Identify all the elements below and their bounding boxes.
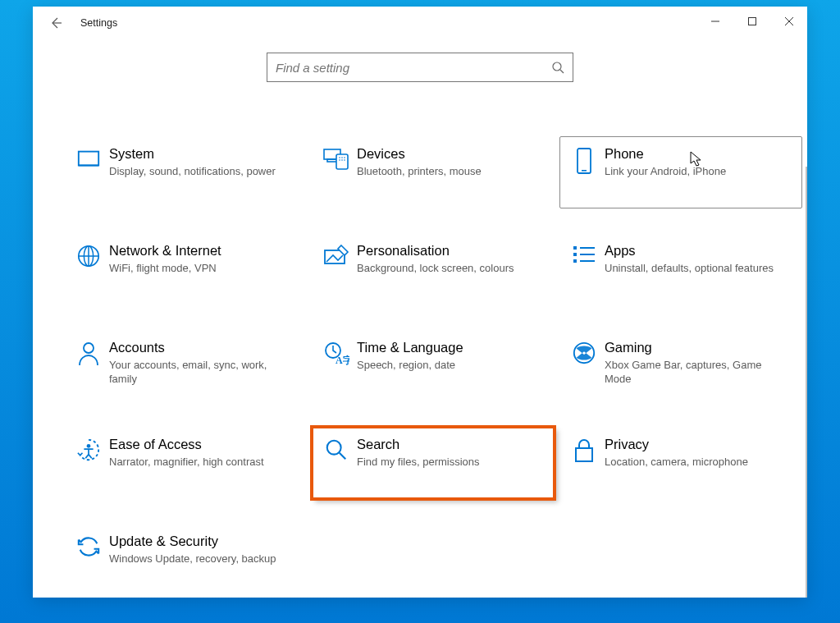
tile-system[interactable]: System Display, sound, notifications, po… <box>64 136 307 208</box>
back-button[interactable] <box>39 7 72 39</box>
tile-desc: Xbox Game Bar, captures, Game Mode <box>605 358 787 387</box>
globe-icon <box>68 242 109 296</box>
tile-gaming[interactable]: Gaming Xbox Game Bar, captures, Game Mod… <box>559 330 802 402</box>
window-title: Settings <box>72 17 117 29</box>
svg-rect-0 <box>748 18 756 25</box>
svg-point-24 <box>87 444 91 448</box>
window-controls <box>696 7 807 36</box>
minimize-button[interactable] <box>696 7 733 36</box>
tile-title: Privacy <box>605 436 787 453</box>
svg-rect-13 <box>582 170 587 172</box>
svg-point-7 <box>341 157 343 158</box>
tile-desc: Narrator, magnifier, high contrast <box>109 455 291 470</box>
search-box[interactable] <box>267 53 573 82</box>
svg-rect-5 <box>336 154 348 169</box>
lock-icon <box>564 436 605 490</box>
svg-rect-17 <box>573 246 577 250</box>
tile-apps[interactable]: Apps Uninstall, defaults, optional featu… <box>559 233 802 305</box>
tile-desc: WiFi, flight mode, VPN <box>109 261 291 276</box>
tile-title: Search <box>357 436 539 453</box>
tile-personalisation[interactable]: Personalisation Background, lock screen,… <box>312 233 555 305</box>
tile-title: Gaming <box>605 339 787 356</box>
tile-search[interactable]: Search Find my files, permissions <box>312 427 555 499</box>
tile-desc: Bluetooth, printers, mouse <box>357 164 539 179</box>
svg-point-23 <box>574 343 594 363</box>
svg-rect-12 <box>578 149 591 173</box>
ease-of-access-icon <box>68 436 109 490</box>
svg-point-10 <box>341 159 343 161</box>
tile-desc: Your accounts, email, sync, work, family <box>109 358 291 387</box>
svg-point-9 <box>339 159 340 161</box>
tile-phone[interactable]: Phone Link your Android, iPhone <box>559 136 802 208</box>
search-row <box>33 39 807 90</box>
svg-rect-19 <box>573 259 577 263</box>
tile-desc: Link your Android, iPhone <box>605 164 787 179</box>
gaming-icon <box>564 339 605 393</box>
tile-desc: Windows Update, recovery, backup <box>109 552 291 566</box>
svg-point-6 <box>339 157 340 158</box>
svg-point-20 <box>84 343 94 353</box>
tile-title: Network & Internet <box>109 242 291 259</box>
tile-accounts[interactable]: Accounts Your accounts, email, sync, wor… <box>64 330 307 402</box>
tile-title: Devices <box>357 145 539 163</box>
tile-desc: Location, camera, microphone <box>605 455 787 470</box>
apps-icon <box>564 242 605 296</box>
settings-window: Settings <box>33 7 807 598</box>
phone-icon <box>564 145 605 199</box>
magnifier-icon <box>316 436 357 490</box>
tile-privacy[interactable]: Privacy Location, camera, microphone <box>559 427 802 499</box>
update-icon <box>68 533 109 587</box>
tile-devices[interactable]: Devices Bluetooth, printers, mouse <box>312 136 555 208</box>
tile-network[interactable]: Network & Internet WiFi, flight mode, VP… <box>64 233 307 305</box>
svg-rect-18 <box>573 253 577 256</box>
tile-title: Personalisation <box>357 242 539 259</box>
tile-desc: Find my files, permissions <box>357 455 539 470</box>
person-icon <box>68 339 109 393</box>
svg-text:A字: A字 <box>336 355 349 365</box>
tile-desc: Speech, region, date <box>357 358 539 373</box>
search-input[interactable] <box>276 61 551 75</box>
time-language-icon: A字 <box>316 339 357 393</box>
svg-point-1 <box>553 62 561 71</box>
tile-title: Phone <box>605 145 787 163</box>
content-area: System Display, sound, notifications, po… <box>33 39 807 598</box>
tile-title: Update & Security <box>109 533 291 550</box>
devices-icon <box>316 145 357 199</box>
tile-update-security[interactable]: Update & Security Windows Update, recove… <box>64 524 307 596</box>
svg-rect-2 <box>79 152 98 166</box>
svg-point-8 <box>344 157 345 158</box>
titlebar: Settings <box>33 7 807 39</box>
tile-title: Time & Language <box>357 339 539 356</box>
tile-title: Apps <box>605 242 787 259</box>
tile-desc: Display, sound, notifications, power <box>109 164 291 179</box>
tile-desc: Uninstall, defaults, optional features <box>605 261 787 276</box>
search-icon <box>551 61 564 74</box>
tile-title: Accounts <box>109 339 291 356</box>
tile-time-language[interactable]: A字 Time & Language Speech, region, date <box>312 330 555 402</box>
tile-title: Ease of Access <box>109 436 291 453</box>
system-icon <box>68 145 109 199</box>
tile-ease-of-access[interactable]: Ease of Access Narrator, magnifier, high… <box>64 427 307 499</box>
tile-desc: Background, lock screen, colours <box>357 261 539 276</box>
svg-point-25 <box>327 441 341 455</box>
close-button[interactable] <box>770 7 807 36</box>
tile-title: System <box>109 145 291 163</box>
svg-point-11 <box>344 159 345 161</box>
maximize-button[interactable] <box>733 7 770 36</box>
svg-rect-26 <box>576 448 592 461</box>
settings-grid: System Display, sound, notifications, po… <box>33 90 807 598</box>
scrollbar[interactable] <box>806 167 807 598</box>
paint-icon <box>316 242 357 296</box>
